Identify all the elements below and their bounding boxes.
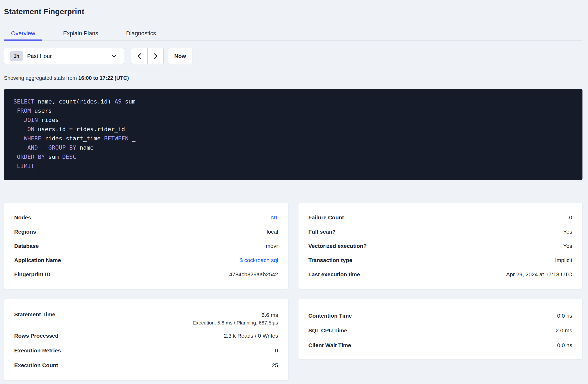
sql-line: SELECT name, count(rides.id) AS sum xyxy=(13,97,575,106)
sql-text xyxy=(13,144,27,151)
sql-text xyxy=(13,163,17,169)
sql-text: users.id = rides.rider_id xyxy=(34,126,125,132)
stats-cards-grid: NodesN1RegionslocalDatabasemovrApplicati… xyxy=(4,202,582,380)
now-button[interactable]: Now xyxy=(168,48,192,64)
sql-keyword: AND xyxy=(27,144,38,151)
sql-text xyxy=(13,107,17,114)
sql-text xyxy=(13,154,17,160)
sql-text: _ xyxy=(128,135,136,142)
prev-time-button[interactable] xyxy=(131,48,147,64)
stat-row-regions: Regionslocal xyxy=(14,225,278,239)
statement-fingerprint-page: Statement Fingerprint OverviewExplain Pl… xyxy=(0,7,588,380)
chevron-down-icon xyxy=(111,53,117,60)
statement-time-subvalue: Execution: 5.8 ms / Planning: 687.5 µs xyxy=(193,319,278,327)
regions-label: Regions xyxy=(14,229,36,235)
sql-line: ON users.id = rides.rider_id xyxy=(13,125,575,134)
sql-keyword: FROM xyxy=(17,107,31,114)
full-scan-label: Full scan? xyxy=(308,229,336,235)
sql-text: name, count(rides.id) xyxy=(34,98,114,105)
sql-keyword: LIMIT xyxy=(17,163,34,169)
stat-row-statement-time: Statement Time6.6 msExecution: 5.8 ms / … xyxy=(14,311,278,328)
time-range-dropdown[interactable]: 1h Past Hour xyxy=(4,48,124,64)
sql-text: users xyxy=(31,107,52,114)
client-wait-time-label: Client Wait Time xyxy=(308,342,351,348)
stats-time-range: 16:00 to 17:22 (UTC) xyxy=(78,75,129,81)
sql-line: ORDER BY sum DESC xyxy=(13,152,575,161)
aggregated-stats-line: Showing aggregated stats from 16:00 to 1… xyxy=(4,75,582,81)
stat-row-failure-count: Failure Count0 xyxy=(308,210,572,225)
rows-processed-value: 2.3 k Reads / 0 Writes xyxy=(224,333,278,339)
tab-overview[interactable]: Overview xyxy=(4,29,42,40)
full-scan-value: Yes xyxy=(563,229,572,235)
statement-time-values: 6.6 msExecution: 5.8 ms / Planning: 687.… xyxy=(193,311,278,327)
sql-line: WHERE rides.start_time BETWEEN _ xyxy=(13,134,575,143)
sql-cpu-time-value: 2.0 ms xyxy=(556,327,572,334)
sql-text: rides.start_time xyxy=(41,135,104,142)
tab-explain-plans[interactable]: Explain Plans xyxy=(56,29,105,40)
tab-diagnostics[interactable]: Diagnostics xyxy=(119,29,163,40)
sql-text: sum xyxy=(45,154,62,160)
next-time-button[interactable] xyxy=(147,48,163,64)
stat-row-vectorized-execution: Vectorized execution?Yes xyxy=(308,239,572,253)
stat-row-client-wait-time: Client Wait Time0.0 ns xyxy=(308,338,572,353)
stat-row-application-name: Application Name$ cockroach sql xyxy=(14,253,278,267)
sql-text: name xyxy=(76,144,93,151)
stat-row-nodes: NodesN1 xyxy=(14,210,278,225)
stat-row-execution-count: Execution Count25 xyxy=(14,358,278,373)
sql-text: _ xyxy=(34,163,41,169)
sql-keyword: ORDER BY xyxy=(17,154,45,160)
stat-row-rows-processed: Rows Processed2.3 k Reads / 0 Writes xyxy=(14,328,278,343)
sql-text: _ xyxy=(38,144,48,151)
last-execution-time-label: Last execution time xyxy=(308,271,360,278)
last-execution-time-value: Apr 29, 2024 at 17:18 UTC xyxy=(506,271,572,278)
sql-line: AND _ GROUP BY name xyxy=(13,143,575,152)
chevron-left-icon xyxy=(136,52,143,60)
sql-text xyxy=(13,117,24,123)
page-title: Statement Fingerprint xyxy=(4,7,582,16)
execution-retries-value: 0 xyxy=(275,347,278,354)
transaction-type-label: Transaction type xyxy=(308,257,352,263)
execution-count-label: Execution Count xyxy=(14,362,58,368)
fingerprint-id-value: 4784cb829aab2542 xyxy=(229,271,278,278)
execution-retries-label: Execution Retries xyxy=(14,347,61,354)
sql-statement-box: SELECT name, count(rides.id) AS sum FROM… xyxy=(4,89,582,180)
card-timing-left: Statement Time6.6 msExecution: 5.8 ms / … xyxy=(4,299,288,380)
statement-time-value: 6.6 ms xyxy=(261,311,278,319)
application-name-label: Application Name xyxy=(14,257,61,263)
stat-row-sql-cpu-time: SQL CPU Time2.0 ms xyxy=(308,323,572,338)
stat-row-last-execution-time: Last execution timeApr 29, 2024 at 17:18… xyxy=(308,267,572,282)
contention-time-label: Contention Time xyxy=(308,313,352,319)
sql-keyword: DESC xyxy=(62,154,76,160)
stat-row-execution-retries: Execution Retries0 xyxy=(14,343,278,358)
nodes-label: Nodes xyxy=(14,214,31,221)
sql-keyword: WHERE xyxy=(24,135,41,142)
stat-row-database: Databasemovr xyxy=(14,239,278,253)
database-value: movr xyxy=(266,243,278,249)
nodes-link[interactable]: N1 xyxy=(271,214,278,221)
application-name-link[interactable]: $ cockroach sql xyxy=(240,257,278,263)
stat-row-contention-time: Contention Time0.0 ns xyxy=(308,308,572,323)
sql-keyword: SELECT xyxy=(13,98,34,105)
sql-text xyxy=(13,126,27,132)
statement-time-label: Statement Time xyxy=(14,311,55,318)
stat-row-full-scan: Full scan?Yes xyxy=(308,225,572,239)
card-overview-right: Failure Count0Full scan?YesVectorized ex… xyxy=(298,202,583,289)
time-range-label: Past Hour xyxy=(27,53,52,59)
failure-count-value: 0 xyxy=(569,214,572,221)
sql-line: JOIN rides xyxy=(13,115,575,125)
sql-text: rides xyxy=(38,117,59,123)
time-duration-badge: 1h xyxy=(10,51,23,61)
time-controls: 1h Past Hour xyxy=(4,48,582,64)
regions-value: local xyxy=(267,229,278,235)
fingerprint-id-label: Fingerprint ID xyxy=(14,271,51,278)
stat-row-transaction-type: Transaction typeImplicit xyxy=(308,253,572,267)
sql-text xyxy=(13,135,24,142)
failure-count-label: Failure Count xyxy=(308,214,344,221)
sql-keyword: ON xyxy=(27,126,34,132)
stats-prefix: Showing aggregated stats from xyxy=(4,75,78,81)
rows-processed-label: Rows Processed xyxy=(14,333,58,339)
card-timing-right: Contention Time0.0 nsSQL CPU Time2.0 msC… xyxy=(298,299,583,359)
tab-bar: OverviewExplain PlansDiagnostics xyxy=(4,29,582,41)
database-label: Database xyxy=(14,243,39,249)
sql-keyword: BETWEEN xyxy=(104,135,128,142)
